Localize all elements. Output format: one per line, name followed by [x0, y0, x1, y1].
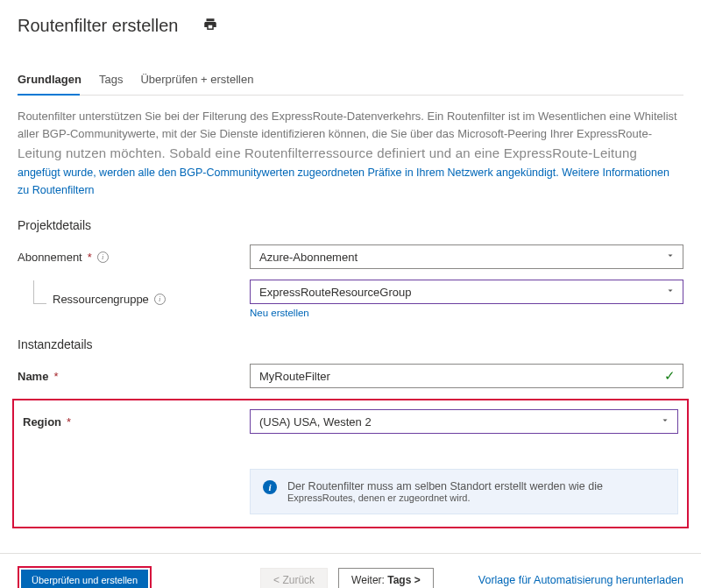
chevron-down-icon — [665, 251, 676, 264]
tab-basics[interactable]: Grundlagen — [18, 67, 89, 95]
info-banner-line-1: Der Routenfilter muss am selben Standort… — [287, 480, 603, 492]
description-text: Routenfilter unterstützen Sie bei der Fi… — [18, 108, 683, 199]
label-resource-group-text: Ressourcengruppe — [53, 293, 149, 306]
subscription-value: Azure-Abonnement — [259, 251, 358, 264]
name-input-wrapper: ✓ — [250, 364, 683, 388]
back-button: < Zurück — [260, 568, 328, 588]
description-learn-more-link[interactable]: angefügt wurde, werden alle den BGP-Comm… — [18, 166, 669, 196]
name-input[interactable] — [259, 370, 658, 383]
region-highlight-box: Region * (USA) USA, Westen 2 i Der Route… — [12, 399, 689, 528]
region-info-banner: i Der Routenfilter muss am selben Stando… — [250, 469, 678, 514]
info-icon[interactable]: i — [97, 251, 109, 263]
next-button-target: Tags > — [387, 574, 420, 586]
required-asterisk: * — [67, 415, 71, 429]
label-subscription: Abonnement * i — [18, 251, 250, 264]
page-title: Routenfilter erstellen — [18, 16, 178, 36]
next-button[interactable]: Weiter: Tags > — [338, 568, 434, 588]
chevron-down-icon — [660, 415, 670, 429]
resource-group-select[interactable]: ExpressRouteResourceGroup — [250, 280, 683, 304]
check-icon: ✓ — [664, 368, 676, 384]
section-instance-details: Instanzdetails — [18, 337, 683, 351]
label-region-text: Region — [23, 415, 61, 429]
chevron-down-icon — [665, 286, 676, 299]
required-asterisk: * — [53, 370, 58, 383]
resource-group-value: ExpressRouteResourceGroup — [259, 286, 411, 299]
region-select[interactable]: (USA) USA, Westen 2 — [250, 409, 678, 434]
required-asterisk: * — [88, 251, 92, 264]
label-name-text: Name — [18, 370, 48, 383]
tab-tags[interactable]: Tags — [99, 67, 130, 95]
review-create-highlight: Überprüfen und erstellen — [18, 566, 152, 588]
print-icon[interactable] — [202, 17, 218, 35]
next-button-prefix: Weiter: — [351, 574, 385, 586]
info-icon[interactable]: i — [154, 294, 166, 305]
label-name: Name * — [18, 370, 250, 383]
info-banner-line-2: ExpressRoutes, denen er zugeordnet wird. — [287, 492, 603, 503]
info-icon: i — [263, 480, 277, 494]
subscription-select[interactable]: Azure-Abonnement — [250, 244, 683, 269]
label-resource-group: Ressourcengruppe i — [18, 293, 250, 306]
tab-review[interactable]: Überprüfen + erstellen — [140, 67, 260, 95]
label-subscription-text: Abonnement — [18, 251, 82, 264]
section-project-details: Projektdetails — [18, 218, 683, 232]
download-automation-template-link[interactable]: Vorlage für Automatisierung herunterlade… — [478, 574, 683, 586]
create-new-resource-group-link[interactable]: Neu erstellen — [250, 308, 683, 318]
description-line-2: Leitung nutzen möchten. Sobald eine Rout… — [18, 145, 637, 160]
tab-bar: Grundlagen Tags Überprüfen + erstellen — [18, 67, 683, 96]
review-create-button[interactable]: Überprüfen und erstellen — [21, 570, 148, 588]
description-line-1: Routenfilter unterstützen Sie bei der Fi… — [18, 110, 677, 140]
region-value: (USA) USA, Westen 2 — [259, 415, 372, 429]
footer-bar: Überprüfen und erstellen < Zurück Weiter… — [0, 554, 701, 588]
label-region: Region * — [23, 415, 250, 429]
